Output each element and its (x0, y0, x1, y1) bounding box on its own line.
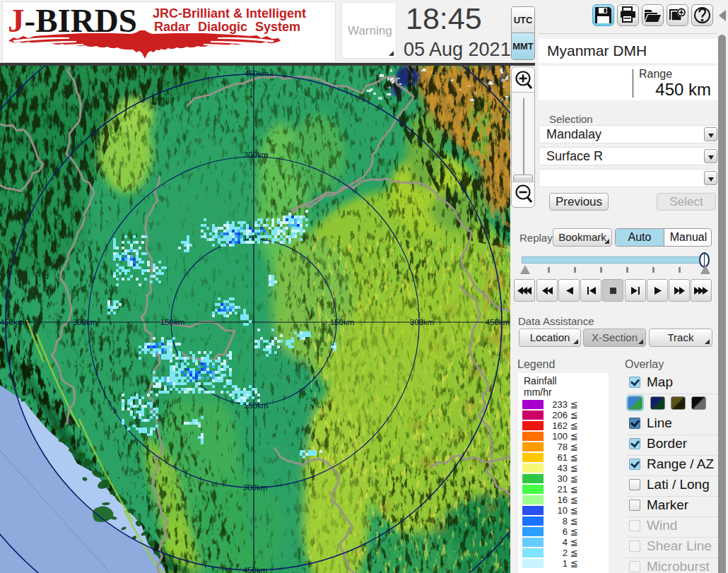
svg-text:300km: 300km (244, 150, 269, 159)
svg-text:300km: 300km (410, 318, 435, 326)
svg-text:300km: 300km (73, 318, 98, 326)
svg-text:150km: 150km (330, 318, 355, 326)
svg-text:150km: 150km (160, 318, 185, 326)
svg-text:300km: 300km (243, 483, 268, 492)
svg-text:450km: 450km (486, 318, 510, 326)
svg-text:450km: 450km (0, 318, 24, 326)
svg-text:450km: 450km (245, 69, 269, 78)
svg-text:450km: 450km (243, 566, 268, 573)
